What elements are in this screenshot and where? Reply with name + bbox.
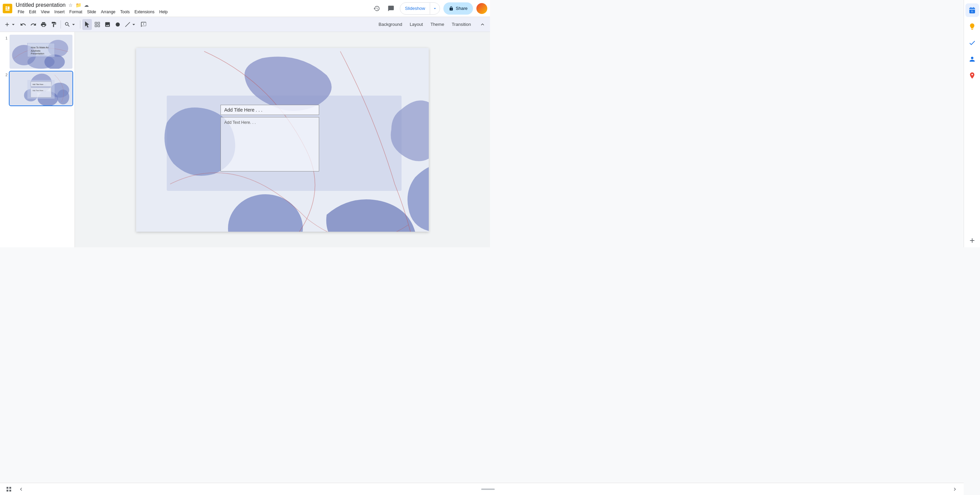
menu-extensions[interactable]: Extensions — [132, 9, 156, 15]
body-text-box[interactable]: Add Text Here. . . — [221, 117, 319, 172]
svg-rect-7 — [98, 25, 100, 27]
menu-file[interactable]: File — [16, 9, 26, 15]
select-button[interactable] — [92, 19, 102, 30]
svg-line-9 — [125, 22, 130, 27]
transition-button[interactable]: Transition — [448, 19, 474, 30]
separator-2 — [80, 21, 80, 29]
main-area: 1 How To Make An Aesthetic Presentation — [0, 32, 490, 247]
undo-button[interactable] — [18, 19, 28, 30]
star-icon[interactable]: ☆ — [68, 2, 73, 8]
title-text-box[interactable]: Add Title Here . . . — [221, 105, 319, 115]
menu-view[interactable]: View — [39, 9, 52, 15]
slideshow-main-button[interactable]: Slideshow — [400, 3, 430, 14]
slide-panel: 1 How To Make An Aesthetic Presentation — [0, 32, 75, 247]
slideshow-button-group: Slideshow — [400, 2, 440, 14]
shape-button[interactable] — [113, 19, 123, 30]
redo-button[interactable] — [29, 19, 38, 30]
slide-preview-1[interactable]: How To Make An Aesthetic Presentation — [10, 35, 73, 69]
slide-thumb-2[interactable]: 2 Add Title Here . . . Add Text — [2, 72, 73, 105]
menu-tools[interactable]: Tools — [118, 9, 132, 15]
image-button[interactable] — [103, 19, 112, 30]
header-right: Slideshow Share — [371, 2, 487, 14]
user-avatar[interactable] — [476, 3, 487, 14]
menu-insert[interactable]: Insert — [52, 9, 67, 15]
toolbar: Background Layout Theme Transition — [0, 17, 490, 32]
slide-thumb-1[interactable]: 1 How To Make An Aesthetic Presentation — [2, 35, 73, 69]
svg-rect-6 — [95, 25, 97, 27]
svg-text:Add Text Here. . .: Add Text Here. . . — [33, 89, 46, 92]
folder-icon[interactable]: 📁 — [76, 2, 81, 8]
line-button[interactable] — [123, 19, 138, 30]
menu-arrange[interactable]: Arrange — [99, 9, 118, 15]
header: Untitled presentation ☆ 📁 ☁ File Edit Vi… — [0, 0, 490, 17]
comment-add-button[interactable] — [139, 19, 148, 30]
menu-edit[interactable]: Edit — [27, 9, 38, 15]
slideshow-dropdown-button[interactable] — [430, 3, 440, 14]
share-button[interactable]: Share — [443, 2, 473, 14]
svg-rect-1 — [5, 8, 7, 9]
add-button[interactable] — [3, 19, 18, 30]
slide-canvas[interactable]: Add Title Here . . . Add Text Here. . . — [136, 48, 429, 232]
app-icon — [3, 4, 12, 13]
svg-point-8 — [116, 22, 120, 27]
separator-1 — [60, 21, 61, 29]
zoom-button[interactable] — [63, 19, 78, 30]
share-label: Share — [456, 6, 468, 11]
svg-text:How To Make An: How To Make An — [31, 46, 49, 49]
title-text[interactable]: Add Title Here . . . — [221, 105, 319, 115]
slide-number-1: 1 — [2, 35, 8, 40]
document-title[interactable]: Untitled presentation — [16, 2, 66, 8]
svg-text:Add Title Here . . .: Add Title Here . . . — [33, 83, 46, 85]
svg-rect-5 — [98, 22, 100, 24]
svg-rect-3 — [5, 10, 10, 11]
svg-rect-4 — [95, 22, 97, 24]
paint-format-button[interactable] — [49, 19, 59, 30]
cursor-button[interactable] — [82, 19, 92, 30]
svg-text:Presentation: Presentation — [31, 53, 44, 55]
theme-button[interactable]: Theme — [427, 19, 447, 30]
svg-rect-2 — [8, 6, 10, 9]
slide-number-2: 2 — [2, 72, 8, 77]
menu-format[interactable]: Format — [67, 9, 84, 15]
svg-rect-0 — [5, 6, 7, 8]
canvas-area: Add Title Here . . . Add Text Here. . . — [75, 32, 490, 247]
menu-help[interactable]: Help — [157, 9, 170, 15]
body-text[interactable]: Add Text Here. . . — [221, 117, 319, 172]
print-button[interactable] — [39, 19, 48, 30]
svg-text:Aesthetic: Aesthetic — [31, 50, 41, 52]
slide-preview-2[interactable]: Add Title Here . . . Add Text Here. . . — [10, 72, 73, 105]
menu-bar: File Edit View Insert Format Slide Arran… — [16, 9, 371, 15]
title-area: Untitled presentation ☆ 📁 ☁ File Edit Vi… — [16, 2, 371, 15]
toolbar-collapse-button[interactable] — [478, 19, 487, 30]
menu-slide[interactable]: Slide — [85, 9, 98, 15]
layout-button[interactable]: Layout — [406, 19, 426, 30]
comment-button[interactable] — [385, 3, 396, 14]
svg-point-31 — [228, 194, 303, 232]
cloud-icon[interactable]: ☁ — [84, 2, 89, 8]
history-button[interactable] — [371, 3, 382, 14]
background-button[interactable]: Background — [375, 19, 405, 30]
